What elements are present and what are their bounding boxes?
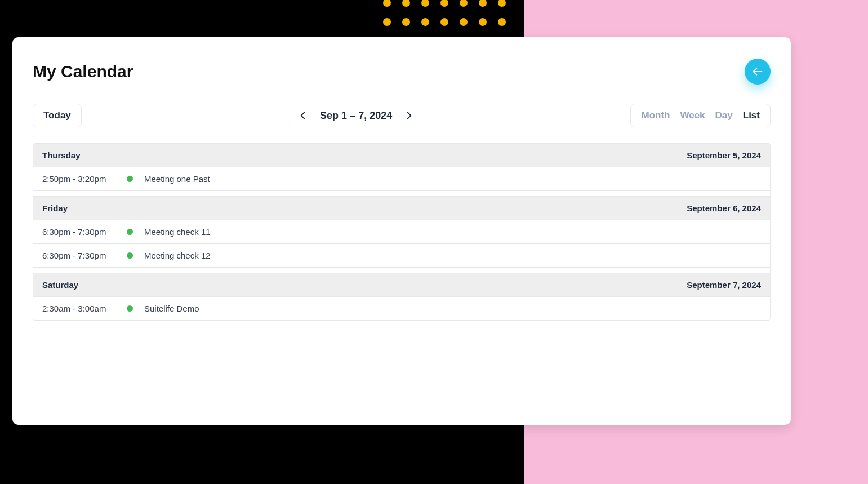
back-button[interactable]: [745, 59, 771, 85]
date-range-label: Sep 1 – 7, 2024: [320, 110, 392, 122]
day-header: Thursday September 5, 2024: [33, 144, 770, 167]
event-row[interactable]: 2:50pm - 3:20pm Meeting one Past: [33, 167, 770, 190]
arrow-left-icon: [751, 65, 764, 78]
event-dot-icon: [127, 305, 133, 312]
view-switcher: Month Week Day List: [630, 104, 771, 127]
calendar-card: My Calendar Today Sep 1 – 7, 2024 Month …: [12, 37, 791, 425]
event-title: Meeting one Past: [144, 174, 210, 184]
event-time: 6:30pm - 7:30pm: [42, 251, 127, 260]
date-navigator: Sep 1 – 7, 2024: [297, 110, 415, 122]
day-weekday: Thursday: [42, 150, 81, 160]
event-row[interactable]: 6:30pm - 7:30pm Meeting check 12: [33, 243, 770, 267]
chevron-right-icon[interactable]: [403, 110, 415, 121]
spacer: [33, 190, 770, 196]
view-month-button[interactable]: Month: [641, 110, 670, 121]
event-dot-icon: [127, 229, 133, 235]
spacer: [33, 267, 770, 273]
event-time: 6:30pm - 7:30pm: [42, 227, 127, 237]
event-time: 2:50pm - 3:20pm: [42, 174, 127, 184]
day-date: September 7, 2024: [687, 280, 761, 290]
event-dot-icon: [127, 252, 133, 259]
event-dot-icon: [127, 176, 133, 182]
page-title: My Calendar: [33, 62, 133, 81]
event-row[interactable]: 6:30pm - 7:30pm Meeting check 11: [33, 220, 770, 243]
event-row[interactable]: 2:30am - 3:00am Suitelife Demo: [33, 296, 770, 320]
event-time: 2:30am - 3:00am: [42, 304, 127, 313]
event-title: Meeting check 11: [144, 227, 211, 237]
event-list: Thursday September 5, 2024 2:50pm - 3:20…: [33, 143, 771, 321]
card-header: My Calendar: [33, 59, 771, 85]
calendar-toolbar: Today Sep 1 – 7, 2024 Month Week Day Lis…: [33, 104, 771, 127]
day-header: Saturday September 7, 2024: [33, 273, 770, 296]
chevron-left-icon[interactable]: [297, 110, 309, 121]
day-date: September 6, 2024: [687, 203, 761, 213]
today-button[interactable]: Today: [33, 104, 82, 127]
day-weekday: Saturday: [42, 280, 78, 290]
day-weekday: Friday: [42, 203, 68, 213]
day-date: September 5, 2024: [687, 150, 761, 160]
view-week-button[interactable]: Week: [680, 110, 705, 121]
view-day-button[interactable]: Day: [715, 110, 733, 121]
event-title: Meeting check 12: [144, 251, 211, 260]
event-title: Suitelife Demo: [144, 304, 199, 313]
day-header: Friday September 6, 2024: [33, 196, 770, 220]
view-list-button[interactable]: List: [743, 110, 760, 121]
